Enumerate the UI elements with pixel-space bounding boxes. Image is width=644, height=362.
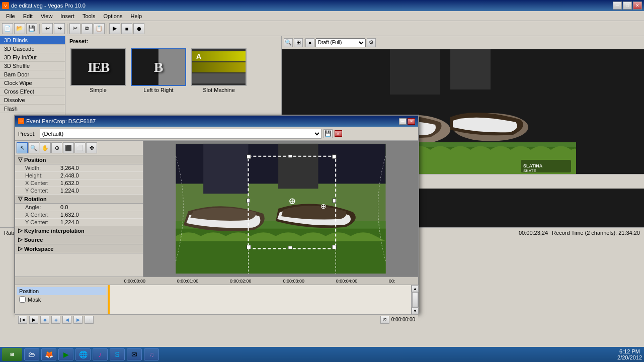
- minimize-button[interactable]: ─: [613, 2, 622, 10]
- height-label: Height:: [25, 172, 60, 178]
- svg-rect-25: [333, 199, 336, 203]
- start-button[interactable]: ⊞: [2, 348, 22, 361]
- dialog-close-btn[interactable]: ✕: [408, 118, 415, 125]
- preset-item-barn-door[interactable]: Barn Door: [0, 70, 65, 79]
- crop-in-btn[interactable]: ⬛: [63, 142, 74, 153]
- rot-ycenter-value[interactable]: 1,224.0: [60, 219, 79, 225]
- preview-settings-btn[interactable]: ⚙: [367, 38, 376, 47]
- play-button[interactable]: ▶: [109, 23, 120, 34]
- dialog-minimize-btn[interactable]: ─: [399, 118, 407, 125]
- position-expand-icon: ▽: [18, 156, 22, 163]
- keyframe-section-header[interactable]: ▷ Keyframe interpolation: [15, 226, 143, 235]
- taskbar: ⊞ 🗁 🦊 ▶ 🌐 ♪ S ✉ ♫ 6:12 PM 2/20/2012: [0, 347, 644, 362]
- workspace-section-header[interactable]: ▷ Workspace: [15, 244, 143, 253]
- taskbar-explorer-btn[interactable]: 🗁: [24, 348, 39, 360]
- cut-button[interactable]: ✂: [69, 23, 80, 34]
- tl-kf-left-btn[interactable]: ◀: [62, 316, 71, 324]
- selection-tool-btn[interactable]: ↖: [17, 142, 28, 153]
- dialog-timeline: 0:00:00:00 0:00:01:00 0:00:02:00 0:00:03…: [15, 277, 418, 324]
- tl-goto-start-btn[interactable]: |◄: [18, 316, 27, 324]
- preset-item-3d-fly[interactable]: 3D Fly In/Out: [0, 53, 65, 62]
- menu-file[interactable]: File: [2, 12, 19, 20]
- stop-button[interactable]: ■: [121, 23, 132, 34]
- preset-item-flash[interactable]: Flash: [0, 105, 65, 113]
- preset-item-clock-wipe[interactable]: Clock Wipe: [0, 79, 65, 87]
- source-section-header[interactable]: ▷ Source: [15, 235, 143, 244]
- undo-button[interactable]: ↩: [42, 23, 53, 34]
- preset-item-dissolve[interactable]: Dissolve: [0, 96, 65, 105]
- dialog-save-preset-btn[interactable]: 💾: [324, 129, 333, 138]
- tl-kf-arrow-btn[interactable]: →: [85, 316, 94, 324]
- tool-icons-row: ↖ 🔍 ✋ ⊕ ⬛ ⬜ ✤: [15, 141, 143, 155]
- timecode-icon-btn[interactable]: ⏱: [380, 316, 389, 324]
- preset-item-3d-cascade[interactable]: 3D Cascade: [0, 45, 65, 53]
- crop-out-btn[interactable]: ⬜: [74, 142, 86, 153]
- height-value[interactable]: 2,448.0: [60, 172, 79, 178]
- rotation-section-header[interactable]: ▽ Rotation: [15, 195, 143, 204]
- save-button[interactable]: 💾: [26, 23, 37, 34]
- redo-button[interactable]: ↪: [54, 23, 65, 34]
- preset-thumb-ltr[interactable]: B Left to Right: [131, 48, 186, 93]
- preset-item-3d-blinds[interactable]: 3D Blinds: [0, 36, 65, 45]
- timeline-track-content[interactable]: [108, 285, 411, 314]
- taskbar-firefox-btn[interactable]: 🦊: [41, 348, 56, 360]
- maximize-button[interactable]: □: [623, 2, 632, 10]
- tl-kf-right-btn[interactable]: ▶: [73, 316, 83, 324]
- menu-edit[interactable]: Edit: [19, 12, 37, 20]
- svg-rect-20: [247, 245, 251, 249]
- record-time-display: Record Time (2 channels): 21:34:20: [552, 230, 640, 236]
- new-button[interactable]: 📄: [2, 23, 13, 34]
- zoom-tool-btn[interactable]: 🔍: [28, 142, 39, 153]
- rot-xcenter-row: X Center: 1,632.0: [15, 211, 143, 219]
- taskbar-mediaplayer-btn[interactable]: ▶: [58, 348, 73, 360]
- angle-value[interactable]: 0.0: [60, 204, 68, 210]
- preview-zoom-btn[interactable]: 🔍: [284, 38, 293, 47]
- preset-thumb-simple[interactable]: IEB Simple: [70, 48, 126, 93]
- pan-tool-btn[interactable]: ✋: [40, 142, 51, 153]
- preview-fit-btn[interactable]: ⊞: [294, 38, 303, 47]
- dialog-preset-select[interactable]: (Default): [40, 129, 321, 139]
- workspace-expand-icon: ▷: [18, 245, 22, 252]
- position-section-header[interactable]: ▽ Position: [15, 155, 143, 164]
- move-tool-btn[interactable]: ✤: [86, 142, 97, 153]
- preset-item-cross-effect[interactable]: Cross Effect: [0, 87, 65, 96]
- svg-rect-16: [278, 144, 318, 189]
- taskbar-chrome-btn[interactable]: 🌐: [75, 348, 91, 360]
- rot-xcenter-value[interactable]: 1,632.0: [60, 212, 79, 218]
- tl-play-btn[interactable]: ▶: [29, 316, 38, 324]
- tl-kf-add-btn[interactable]: ◆: [40, 316, 49, 324]
- menu-view[interactable]: View: [37, 12, 57, 20]
- taskbar-skype-btn[interactable]: S: [110, 348, 125, 360]
- close-button[interactable]: ✕: [633, 2, 642, 10]
- taskbar-mail-btn[interactable]: ✉: [127, 348, 142, 360]
- scroll-up-btn[interactable]: ▲: [412, 285, 419, 292]
- width-value[interactable]: 3,264.0: [60, 165, 79, 171]
- record-button[interactable]: ⏺: [133, 23, 144, 34]
- menu-options[interactable]: Options: [100, 12, 127, 20]
- preset-thumb-slot[interactable]: A Slot Machine: [191, 48, 247, 93]
- ycenter-value[interactable]: 1,224.0: [60, 188, 79, 194]
- scroll-down-btn[interactable]: ▼: [412, 307, 419, 314]
- pan-crop-canvas[interactable]: ⊕: [143, 141, 418, 277]
- paste-button[interactable]: 📋: [94, 23, 105, 34]
- anchor-tool-btn[interactable]: ⊕: [51, 142, 62, 153]
- dialog-title-bar: ⊡ Event Pan/Crop: DSCF6187 ─ ✕: [15, 116, 418, 127]
- copy-button[interactable]: ⧉: [82, 23, 93, 34]
- dialog-clear-btn[interactable]: ✕: [335, 130, 342, 137]
- open-button[interactable]: 📂: [14, 23, 25, 34]
- menu-tools[interactable]: Tools: [78, 12, 100, 20]
- preset-list: 3D Blinds 3D Cascade 3D Fly In/Out 3D Sh…: [0, 36, 65, 113]
- mask-checkbox[interactable]: [19, 296, 26, 303]
- scroll-track: [412, 292, 418, 307]
- keyframe-expand-icon: ▷: [18, 227, 22, 234]
- menu-insert[interactable]: Insert: [56, 12, 78, 20]
- scroll-thumb[interactable]: [412, 292, 418, 307]
- xcenter-value[interactable]: 1,632.0: [60, 180, 79, 186]
- preset-item-3d-shuffle[interactable]: 3D Shuffle: [0, 62, 65, 70]
- tl-kf-remove-btn[interactable]: ◈: [51, 316, 60, 324]
- preview-quality-select[interactable]: Draft (Full): [315, 38, 366, 47]
- menu-help[interactable]: Help: [126, 12, 146, 20]
- taskbar-itunes-btn[interactable]: ♪: [93, 348, 108, 360]
- taskbar-music-btn[interactable]: ♫: [144, 348, 159, 360]
- preview-color-btn[interactable]: ●: [305, 38, 314, 47]
